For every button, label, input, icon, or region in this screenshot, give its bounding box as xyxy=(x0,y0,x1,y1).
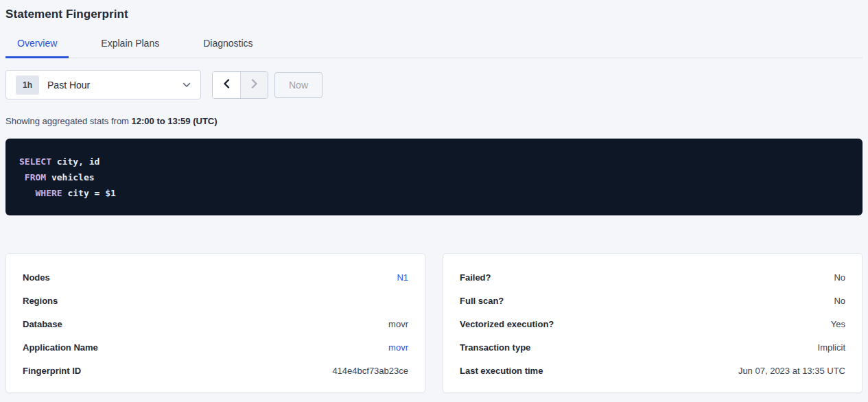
kv-label: Failed? xyxy=(460,272,491,283)
tab-overview[interactable]: Overview xyxy=(5,32,69,58)
page-title: Statement Fingerprint xyxy=(5,0,863,21)
sql-line: WHERE city = $1 xyxy=(19,185,849,201)
statement-details-card: NodesN1RegionsDatabasemovrApplication Na… xyxy=(5,253,425,393)
kv-row: Vectorized execution?Yes xyxy=(460,312,845,335)
time-step-button-group xyxy=(212,71,268,99)
chevron-right-icon xyxy=(251,79,258,91)
sql-statement-box: SELECT city, id FROM vehicles WHERE city… xyxy=(5,139,863,215)
kv-value: 414e4bcf73ab23ce xyxy=(332,366,408,376)
kv-label: Vectorized execution? xyxy=(460,319,554,329)
sql-line: SELECT city, id xyxy=(19,154,849,169)
tab-explain-plans[interactable]: Explain Plans xyxy=(89,32,171,58)
kv-label: Regions xyxy=(23,296,58,306)
kv-label: Full scan? xyxy=(460,296,504,306)
kv-row: Fingerprint ID414e4bcf73ab23ce xyxy=(23,359,408,382)
next-time-button[interactable] xyxy=(240,72,268,98)
kv-label: Last execution time xyxy=(460,366,543,376)
sql-line: FROM vehicles xyxy=(19,169,849,185)
kv-value: Yes xyxy=(831,319,845,329)
sql-keyword: WHERE xyxy=(35,188,62,198)
chevron-left-icon xyxy=(223,79,230,91)
aggregated-stats-range: 12:00 to 13:59 (UTC) xyxy=(132,116,218,126)
kv-row: Databasemovr xyxy=(23,312,408,335)
kv-row: Transaction typeImplicit xyxy=(460,335,845,359)
execution-attributes-card: Failed?NoFull scan?NoVectorized executio… xyxy=(443,253,863,393)
kv-row: Regions xyxy=(23,289,408,312)
kv-label: Application Name xyxy=(23,342,98,353)
summary-cards: NodesN1RegionsDatabasemovrApplication Na… xyxy=(5,253,863,393)
kv-value-link[interactable]: N1 xyxy=(397,272,408,283)
kv-row: Application Namemovr xyxy=(23,335,408,359)
kv-label: Fingerprint ID xyxy=(23,366,81,376)
time-range-dropdown[interactable]: 1h Past Hour xyxy=(5,70,201,99)
kv-label: Nodes xyxy=(23,272,50,283)
aggregated-stats-prefix: Showing aggregated stats from xyxy=(5,116,132,126)
tab-diagnostics[interactable]: Diagnostics xyxy=(191,32,264,58)
chevron-down-icon xyxy=(183,82,191,88)
kv-label: Transaction type xyxy=(460,342,530,353)
time-range-label: Past Hour xyxy=(47,80,183,91)
tab-bar: OverviewExplain PlansDiagnostics xyxy=(5,32,863,58)
statement-fingerprint-page: Statement Fingerprint OverviewExplain Pl… xyxy=(0,0,868,393)
kv-value: movr xyxy=(388,319,408,329)
kv-row: Last execution timeJun 07, 2023 at 13:35… xyxy=(460,359,845,382)
kv-label: Database xyxy=(23,319,62,329)
kv-row: NodesN1 xyxy=(23,265,408,289)
sql-keyword: FROM xyxy=(25,172,46,182)
kv-row: Failed?No xyxy=(460,265,845,289)
sql-keyword: SELECT xyxy=(19,156,51,167)
kv-value: No xyxy=(834,272,845,283)
previous-time-button[interactable] xyxy=(213,72,240,98)
now-button[interactable]: Now xyxy=(274,72,322,98)
aggregated-stats-text: Showing aggregated stats from 12:00 to 1… xyxy=(5,116,863,126)
kv-row: Full scan?No xyxy=(460,289,845,312)
kv-value-link[interactable]: movr xyxy=(388,342,408,353)
kv-value: Implicit xyxy=(818,342,845,353)
time-controls: 1h Past Hour Now xyxy=(5,70,863,99)
kv-value: Jun 07, 2023 at 13:35 UTC xyxy=(738,366,845,376)
time-range-badge: 1h xyxy=(16,75,39,95)
kv-value: No xyxy=(834,296,845,306)
